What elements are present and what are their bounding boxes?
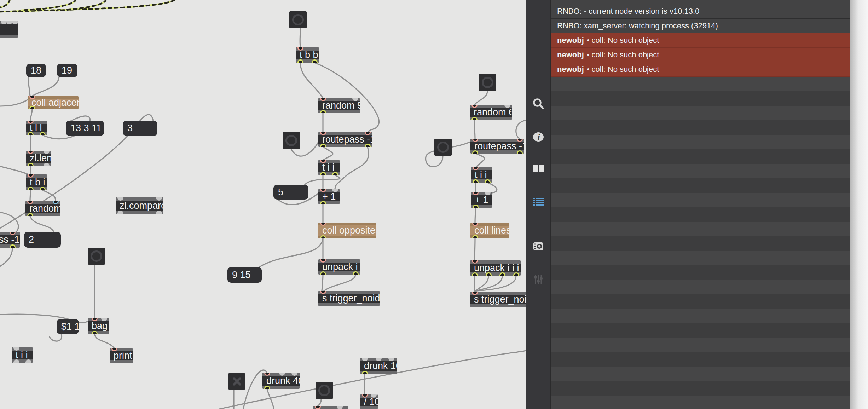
bang-button-button[interactable]: [479, 74, 496, 91]
search-icon[interactable]: [531, 97, 545, 111]
patch-cord: [314, 63, 379, 132]
toggle-box-button[interactable]: [228, 373, 245, 390]
box-label: 18: [31, 65, 41, 76]
object-box-drunk-400-50[interactable]: drunk 400 50: [262, 373, 300, 389]
inlet-nub: [12, 21, 18, 24]
console-scrollbar[interactable]: [850, 0, 868, 409]
patch-cord: [476, 276, 516, 291]
object-box-1[interactable]: + 1: [318, 189, 340, 204]
box-label: drunk 400 50: [266, 375, 300, 386]
patch-cord: [21, 0, 76, 10]
coll-object-coll-opposites[interactable]: coll opposites: [318, 223, 376, 238]
object-box-t-i-i[interactable]: t i i: [318, 160, 340, 175]
object-box-random-6[interactable]: random 6: [470, 105, 512, 120]
console-icon[interactable]: [531, 195, 545, 209]
patch-cord: [475, 91, 487, 105]
object-box-t-i-i[interactable]: t i i: [12, 347, 33, 363]
patch-cord: [475, 153, 485, 167]
coll-object-coll-adjacent[interactable]: coll adjacent: [28, 96, 79, 109]
object-box-unpack-i-i-i-i[interactable]: unpack i i i i: [470, 260, 521, 276]
inlet-nub: [6, 21, 12, 24]
message-box-3[interactable]: 3: [123, 121, 157, 136]
object-box-zl-len[interactable]: zl.len: [26, 151, 51, 166]
box-label: random 9: [322, 100, 360, 111]
object-box-t-l-l[interactable]: t l l: [26, 121, 47, 135]
object-box-random[interactable]: random: [25, 201, 60, 216]
box-label: random 6: [474, 107, 512, 118]
object-box-t-b-i[interactable]: t b i: [26, 174, 47, 190]
patch-cord: [30, 216, 54, 232]
console-error-source: newobj: [557, 65, 584, 74]
object-box-1[interactable]: + 1: [471, 192, 492, 208]
box-label: print: [114, 350, 132, 361]
box-label: $1 1: [61, 321, 79, 332]
patch-cord: [475, 208, 475, 223]
object-box-drunk-100-10[interactable]: drunk 100 10: [360, 358, 397, 374]
console-message-text: RNBO: - current node version is v10.13.0: [557, 7, 699, 16]
object-box-bag[interactable]: bag: [88, 318, 109, 334]
console-message-text: RNBO: xam_server: watching process (3291…: [557, 21, 718, 30]
object-box-t-i-i[interactable]: t i i: [471, 167, 492, 183]
box-label: t l l: [30, 122, 42, 133]
console-error-row[interactable]: newobj• coll: No such object: [551, 48, 850, 62]
dual-view-icon[interactable]: [531, 162, 545, 176]
box-label: + 1: [475, 195, 488, 206]
console-error-source: newobj: [557, 36, 584, 45]
box-label: t b b: [300, 50, 318, 61]
message-box-9-15[interactable]: 9 15: [227, 267, 262, 283]
patch-cord: [94, 334, 114, 348]
console-error-source: newobj: [557, 50, 584, 59]
bang-button-button[interactable]: [289, 11, 307, 28]
object-box-routepass-1[interactable]: routepass -1: [470, 139, 524, 154]
box-label: unpack i i i i: [474, 263, 521, 273]
console-message-row[interactable]: RNBO: - Magic happens on port 5757: [551, 0, 850, 4]
inlet-nub: [337, 406, 343, 409]
patch-cord: [30, 190, 30, 201]
patch-cord: [32, 77, 59, 96]
console-message-row[interactable]: RNBO: xam_server: watching process (3291…: [551, 19, 850, 33]
box-label: s trigger_noids: [322, 293, 380, 304]
message-box-2[interactable]: 2: [24, 232, 61, 248]
patch-cord: [475, 238, 475, 260]
message-box-5[interactable]: 5: [273, 185, 308, 200]
object-box-routepass-1[interactable]: routepass -1: [318, 132, 372, 147]
patch-cord: [259, 238, 323, 267]
object-box-button[interactable]: [0, 21, 18, 38]
object-box-t-b-b[interactable]: t b b: [296, 47, 319, 63]
object-box-zl-compare[interactable]: zl.compare: [116, 197, 163, 214]
box-label: zl.len: [30, 153, 51, 164]
inlet-nub: [1, 21, 7, 24]
object-box-print[interactable]: print: [110, 348, 133, 363]
box-label: s trigger_noids: [474, 294, 526, 305]
object-box-random-9[interactable]: random 9: [318, 98, 360, 113]
bang-button-button[interactable]: [88, 248, 105, 265]
patch-cord: [50, 334, 62, 341]
object-box-100[interactable]: / 100.: [360, 394, 378, 409]
bang-button-button[interactable]: [434, 139, 452, 156]
object-box-unpack-i-i[interactable]: unpack i i: [318, 259, 360, 275]
bang-button-button[interactable]: [283, 132, 300, 149]
console-message-row[interactable]: RNBO: - current node version is v10.13.0: [551, 4, 850, 19]
info-icon[interactable]: i: [531, 130, 545, 144]
console-empty-rows: [551, 77, 850, 409]
message-box-19[interactable]: 19: [57, 64, 77, 77]
coll-object-coll-lines[interactable]: coll lines: [470, 223, 509, 238]
patcher-canvas[interactable]: 1819coll adjacentt l l13 3 113zl.lent b …: [0, 0, 526, 409]
max-patcher-window: 1819coll adjacentt l l13 3 113zl.lent b …: [0, 0, 868, 409]
message-box-18[interactable]: 18: [26, 64, 46, 77]
object-box-s-trigger-noids[interactable]: s trigger_noids: [318, 291, 380, 306]
bang-button-button[interactable]: [316, 382, 333, 399]
max-console-panel: RNBO: - Magic happens on port 5757RNBO: …: [550, 0, 850, 409]
object-box-ss-1[interactable]: ss -1: [0, 232, 20, 248]
object-box-s-trigger-noids[interactable]: s trigger_noids: [470, 292, 526, 307]
console-error-row[interactable]: newobj• coll: No such object: [551, 62, 850, 77]
console-error-row[interactable]: newobj• coll: No such object: [551, 33, 850, 48]
mixer-icon[interactable]: [531, 272, 545, 287]
box-label: 2: [29, 234, 34, 245]
snapshot-icon[interactable]: [531, 239, 545, 253]
message-box-1-1[interactable]: $1 1: [57, 319, 79, 334]
object-box-button[interactable]: [313, 406, 348, 409]
message-box-13-3-11[interactable]: 13 3 11: [66, 121, 104, 136]
patch-cord: [30, 109, 32, 121]
patch-cord: [0, 314, 93, 323]
